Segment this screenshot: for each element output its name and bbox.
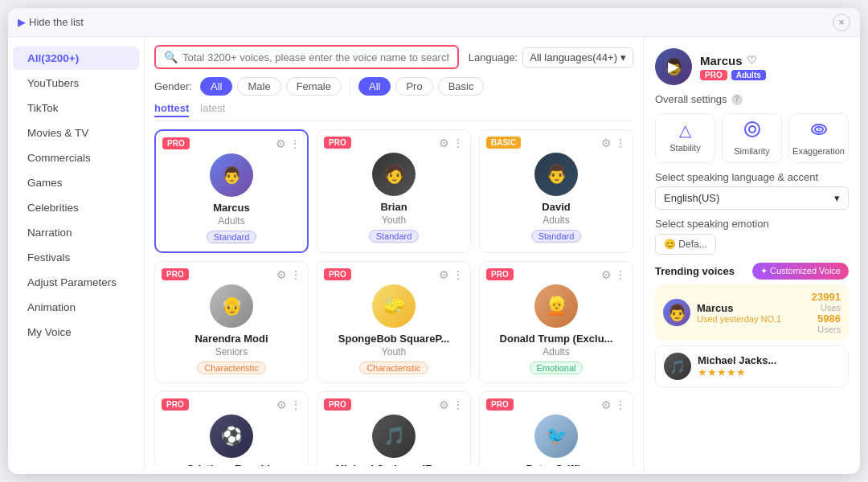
more-icon[interactable]: ⋮: [452, 398, 464, 411]
voice-card-spongebob-squarep...[interactable]: PRO ⚙ ⋮ 🧽 SpongeBob SquareP... Youth Cha…: [317, 261, 471, 383]
gender-filter-all[interactable]: All: [200, 77, 232, 96]
search-input[interactable]: [182, 51, 449, 63]
chevron-down-icon: ▾: [834, 192, 840, 204]
sidebar-item-youtubers[interactable]: YouTubers: [13, 71, 139, 95]
sidebar-item-my-voice[interactable]: My Voice: [13, 321, 139, 344]
close-button[interactable]: ×: [833, 14, 850, 31]
language-dropdown[interactable]: All languages(44+) ▾: [522, 47, 633, 67]
voice-tag: Standard: [207, 231, 257, 243]
voice-name: David: [542, 201, 570, 213]
card-actions: ⚙ ⋮: [439, 398, 464, 411]
voice-age: Adults: [542, 214, 569, 226]
help-icon[interactable]: ?: [731, 94, 743, 105]
sidebar: All(3200+)YouTubersTikTokMovies & TVComm…: [8, 37, 145, 474]
tab-latest[interactable]: latest: [200, 102, 225, 117]
type-filter-all[interactable]: All: [358, 77, 391, 96]
heart-icon[interactable]: ♡: [747, 54, 757, 67]
settings-icon[interactable]: ⚙: [276, 137, 286, 150]
settings-icon[interactable]: ⚙: [276, 268, 287, 281]
settings-icon[interactable]: ⚙: [601, 268, 612, 281]
sidebar-item-narration[interactable]: Narration: [13, 221, 139, 244]
settings-icon[interactable]: ⚙: [439, 137, 449, 149]
card-actions: ⚙ ⋮: [276, 398, 301, 411]
gender-filter-female[interactable]: Female: [286, 77, 342, 96]
more-icon[interactable]: ⋮: [289, 137, 301, 150]
voice-badge: PRO: [162, 398, 189, 411]
voice-card-marcus[interactable]: PRO ⚙ ⋮ 👨 Marcus Adults Standard: [154, 129, 309, 253]
trending-name-marcus: Marcus: [697, 302, 805, 314]
play-overlay[interactable]: ▶: [655, 48, 692, 85]
trending-header: Trending voices ✦ Customized Voice: [655, 263, 849, 280]
stability-card[interactable]: △ Stability: [655, 113, 715, 163]
gender-label: Gender:: [154, 80, 192, 92]
exaggeration-card[interactable]: Exaggeration: [788, 113, 849, 163]
voice-badge: PRO: [162, 137, 190, 149]
emotion-button[interactable]: 😊 Defa...: [655, 234, 716, 255]
voice-card-donald-trump-(exclu...[interactable]: PRO ⚙ ⋮ 👱 Donald Trump (Exclu... Adults …: [479, 261, 633, 383]
trending-card-michael[interactable]: 🎵 Michael Jacks... ★★★★★: [655, 345, 849, 387]
voice-card-david[interactable]: BASIC ⚙ ⋮ 👨 David Adults Standard: [479, 129, 633, 253]
sidebar-item-tiktok[interactable]: TikTok: [13, 96, 139, 120]
card-actions: ⚙ ⋮: [601, 268, 626, 281]
sidebar-item-animation[interactable]: Animation: [13, 296, 139, 319]
language-accent-dropdown[interactable]: English(US) ▾: [655, 186, 849, 210]
trending-avatar-michael: 🎵: [664, 353, 691, 380]
sidebar-item-all[interactable]: All(3200+): [13, 47, 139, 70]
voice-tag: Characteristic: [359, 362, 428, 374]
settings-icon[interactable]: ⚙: [276, 398, 287, 411]
svg-point-1: [749, 126, 755, 133]
hide-list-button[interactable]: ▶ Hide the list: [18, 16, 84, 28]
trending-card-marcus[interactable]: 👨 Marcus Used yesterday NO.1 23991 Uses …: [655, 284, 849, 341]
sidebar-item-celebrities[interactable]: Celebrities: [13, 196, 139, 219]
voice-avatar: 🧑: [372, 153, 416, 196]
settings-icon[interactable]: ⚙: [601, 398, 612, 411]
voice-card-cristiano-ronaldo[interactable]: PRO ⚙ ⋮ ⚽ Cristiano Ronaldo Adults Magne…: [154, 391, 309, 466]
voice-card-peter-griffin[interactable]: PRO ⚙ ⋮ 🐦 Peter Griffin Youth Emotional: [479, 391, 633, 466]
main-content: All(3200+)YouTubersTikTokMovies & TVComm…: [8, 37, 860, 474]
language-accent-label: Select speaking language & accent: [655, 171, 849, 183]
voice-card-narendra-modi[interactable]: PRO ⚙ ⋮ 👴 Narendra Modi Seniors Characte…: [154, 261, 309, 383]
gender-filter-male[interactable]: Male: [237, 77, 280, 96]
sidebar-item-commercials[interactable]: Commercials: [13, 146, 139, 170]
type-filter-basic[interactable]: Basic: [438, 77, 485, 96]
settings-icon[interactable]: ⚙: [439, 268, 449, 281]
voice-name: Michael Jackson (Exc...: [335, 463, 452, 466]
sidebar-item-adjust-params[interactable]: Adjust Parameters: [13, 271, 139, 294]
customized-voice-button[interactable]: ✦ Customized Voice: [752, 263, 849, 280]
voice-avatar: 🎵: [372, 415, 416, 458]
sidebar-item-movies-tv[interactable]: Movies & TV: [13, 121, 139, 145]
settings-icon[interactable]: ⚙: [439, 398, 449, 411]
type-filter-pro[interactable]: Pro: [395, 77, 432, 96]
more-icon[interactable]: ⋮: [290, 398, 301, 411]
close-icon: ×: [838, 16, 845, 28]
stability-label: Stability: [669, 143, 701, 153]
similarity-card[interactable]: Similarity: [722, 113, 782, 163]
sidebar-item-festivals[interactable]: Festivals: [13, 246, 139, 269]
svg-point-4: [817, 129, 820, 130]
card-actions: ⚙ ⋮: [601, 398, 626, 411]
search-input-wrap: 🔍: [154, 45, 459, 69]
voice-card-brian[interactable]: PRO ⚙ ⋮ 🧑 Brian Youth Standard: [317, 129, 471, 253]
voice-age: Seniors: [215, 346, 248, 357]
filter-row: Gender: All Male Female All Pro Basic: [154, 77, 633, 96]
voice-tag: Standard: [531, 230, 582, 243]
more-icon[interactable]: ⋮: [615, 398, 626, 411]
more-icon[interactable]: ⋮: [452, 268, 464, 281]
tab-hottest[interactable]: hottest: [154, 102, 189, 117]
more-icon[interactable]: ⋮: [290, 268, 301, 281]
trending-avatar-marcus: 👨: [663, 299, 690, 326]
voice-age: Youth: [382, 346, 406, 357]
voice-avatar: 👱: [534, 284, 578, 328]
sidebar-item-games[interactable]: Games: [13, 171, 139, 194]
adults-badge: Adults: [731, 70, 766, 80]
voice-card-michael-jackson-(exc...[interactable]: PRO ⚙ ⋮ 🎵 Michael Jackson (Exc... Youth …: [317, 391, 471, 466]
more-icon[interactable]: ⋮: [615, 268, 626, 281]
voice-avatar: ⚽: [210, 415, 253, 458]
trending-unit-users: Users: [817, 325, 841, 334]
more-icon[interactable]: ⋮: [452, 137, 464, 149]
more-icon[interactable]: ⋮: [615, 137, 626, 149]
language-label: Language:: [469, 51, 518, 63]
search-bar: 🔍 Language: All languages(44+) ▾: [154, 45, 633, 69]
language-value: All languages(44+): [530, 51, 617, 63]
settings-icon[interactable]: ⚙: [601, 137, 612, 149]
